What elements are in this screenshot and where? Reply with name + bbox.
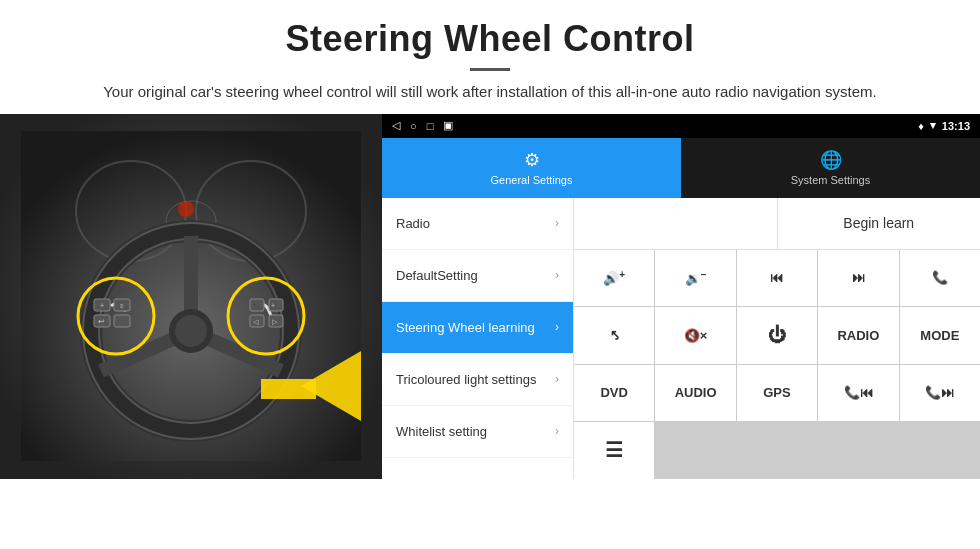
- menu-item-default-setting[interactable]: DefaultSetting ›: [382, 250, 573, 302]
- nav-home-icon[interactable]: ○: [410, 120, 417, 132]
- svg-text:+: +: [100, 302, 104, 309]
- vol-up-icon: 🔊+: [603, 269, 625, 286]
- list-button[interactable]: ☰: [574, 422, 654, 479]
- hangup-button[interactable]: ↪: [574, 307, 654, 364]
- header-subtitle: Your original car's steering wheel contr…: [60, 81, 920, 104]
- car-background: + ≡ ↩ 📞 + ◁ ▷: [0, 114, 382, 479]
- menu-chevron-whitelist: ›: [555, 424, 559, 438]
- power-icon: ⏻: [768, 325, 786, 346]
- menu-panel: Radio › DefaultSetting › Steering Wheel …: [382, 198, 574, 479]
- menu-item-steering-wheel[interactable]: Steering Wheel learning ›: [382, 302, 573, 354]
- page-title: Steering Wheel Control: [60, 18, 920, 60]
- audio-button[interactable]: AUDIO: [655, 365, 735, 422]
- steering-wheel-svg: + ≡ ↩ 📞 + ◁ ▷: [21, 131, 361, 461]
- controls-grid: 🔊+ 🔉− ⏮ ⏭ 📞: [574, 250, 980, 479]
- mode-button[interactable]: MODE: [900, 307, 980, 364]
- tab-system[interactable]: 🌐 System Settings: [681, 138, 980, 198]
- tab-system-label: System Settings: [791, 174, 870, 186]
- next-icon: ⏭: [852, 270, 865, 285]
- prev-icon: ⏮: [770, 270, 783, 285]
- menu-chevron-radio: ›: [555, 216, 559, 230]
- menu-chevron-default: ›: [555, 268, 559, 282]
- prev-button[interactable]: ⏮: [737, 250, 817, 307]
- nav-recent-icon[interactable]: □: [427, 120, 434, 132]
- menu-chevron-tricoloured: ›: [555, 372, 559, 386]
- header-divider: [470, 68, 510, 71]
- status-time: 13:13: [942, 120, 970, 132]
- radio-label: RADIO: [837, 328, 879, 343]
- phone-button[interactable]: 📞: [900, 250, 980, 307]
- general-settings-icon: ⚙: [524, 149, 540, 171]
- status-bar-info: ♦ ▾ 13:13: [918, 119, 970, 132]
- main-content: + ≡ ↩ 📞 + ◁ ▷: [0, 114, 980, 479]
- tab-general-label: General Settings: [491, 174, 573, 186]
- tel-prev-button[interactable]: 📞⏮: [818, 365, 898, 422]
- gps-label: GPS: [763, 385, 790, 400]
- power-button[interactable]: ⏻: [737, 307, 817, 364]
- menu-item-default-label: DefaultSetting: [396, 268, 478, 283]
- svg-point-12: [175, 315, 207, 347]
- svg-point-4: [178, 201, 194, 217]
- menu-item-radio-label: Radio: [396, 216, 430, 231]
- radio-button[interactable]: RADIO: [818, 307, 898, 364]
- mode-label: MODE: [920, 328, 959, 343]
- location-icon: ♦: [918, 120, 924, 132]
- tab-general[interactable]: ⚙ General Settings: [382, 138, 681, 198]
- hangup-icon: ↪: [605, 326, 623, 344]
- menu-item-radio[interactable]: Radio ›: [382, 198, 573, 250]
- tel-prev-icon: 📞⏮: [844, 385, 873, 400]
- vol-down-button[interactable]: 🔉−: [655, 250, 735, 307]
- menu-chevron-steering: ›: [555, 320, 559, 334]
- svg-text:↩: ↩: [98, 317, 105, 326]
- page-header: Steering Wheel Control Your original car…: [0, 0, 980, 114]
- nav-back-icon[interactable]: ◁: [392, 119, 400, 132]
- dvd-label: DVD: [600, 385, 627, 400]
- menu-item-whitelist-label: Whitelist setting: [396, 424, 487, 439]
- mute-icon: 🔇×: [684, 328, 708, 343]
- android-ui: ◁ ○ □ ▣ ♦ ▾ 13:13 ⚙ General Settings 🌐 S…: [382, 114, 980, 479]
- menu-item-tricoloured[interactable]: Tricoloured light settings ›: [382, 354, 573, 406]
- dvd-button[interactable]: DVD: [574, 365, 654, 422]
- gps-button[interactable]: GPS: [737, 365, 817, 422]
- svg-rect-31: [261, 379, 316, 399]
- status-bar-nav: ◁ ○ □ ▣: [392, 119, 453, 132]
- status-bar: ◁ ○ □ ▣ ♦ ▾ 13:13: [382, 114, 980, 138]
- tel-next-button[interactable]: 📞⏭: [900, 365, 980, 422]
- steering-wheel-image: + ≡ ↩ 📞 + ◁ ▷: [0, 114, 382, 479]
- svg-text:≡: ≡: [120, 303, 124, 309]
- tab-bar: ⚙ General Settings 🌐 System Settings: [382, 138, 980, 198]
- content-area: Radio › DefaultSetting › Steering Wheel …: [382, 198, 980, 479]
- right-panel: Begin learn 🔊+ 🔉− ⏮ ⏭: [574, 198, 980, 479]
- menu-item-steering-label: Steering Wheel learning: [396, 320, 535, 335]
- svg-text:📞: 📞: [253, 302, 261, 310]
- next-button[interactable]: ⏭: [818, 250, 898, 307]
- panel-top-row: Begin learn: [574, 198, 980, 250]
- audio-label: AUDIO: [675, 385, 717, 400]
- phone-icon: 📞: [932, 270, 948, 285]
- wifi-icon: ▾: [930, 119, 936, 132]
- vol-down-icon: 🔉−: [685, 269, 707, 286]
- nav-cast-icon[interactable]: ▣: [443, 119, 453, 132]
- begin-learn-button[interactable]: Begin learn: [778, 198, 981, 249]
- svg-rect-17: [114, 315, 130, 327]
- mute-button[interactable]: 🔇×: [655, 307, 735, 364]
- empty-box: [574, 198, 778, 249]
- menu-item-whitelist[interactable]: Whitelist setting ›: [382, 406, 573, 458]
- car-image-section: + ≡ ↩ 📞 + ◁ ▷: [0, 114, 382, 479]
- tel-next-icon: 📞⏭: [925, 385, 954, 400]
- vol-up-button[interactable]: 🔊+: [574, 250, 654, 307]
- svg-text:+: +: [271, 302, 275, 309]
- list-icon: ☰: [605, 438, 623, 462]
- menu-item-tricoloured-label: Tricoloured light settings: [396, 372, 536, 387]
- system-settings-icon: 🌐: [820, 149, 842, 171]
